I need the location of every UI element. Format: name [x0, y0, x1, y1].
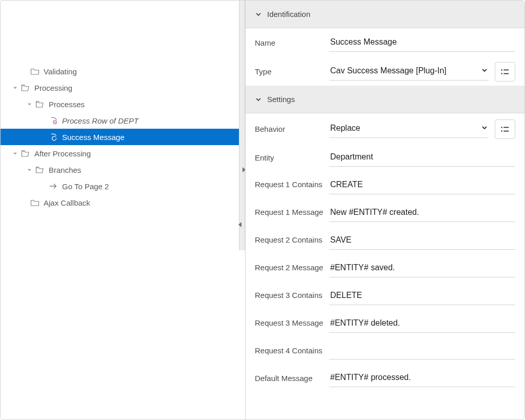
process-refresh-icon: [49, 133, 58, 141]
field-label: Default Message: [255, 374, 329, 384]
tree-node-goto-page2[interactable]: Go To Page 2: [1, 178, 239, 194]
req4-contains-input[interactable]: [329, 343, 515, 359]
field-label: Request 3 Message: [255, 315, 329, 328]
caret-down-icon[interactable]: [12, 151, 18, 156]
field-label: Request 1 Contains: [255, 177, 329, 190]
tree-node-process-row-dept[interactable]: Process Row of DEPT: [1, 112, 239, 129]
field-label: Entity: [255, 153, 329, 163]
folder-icon: [30, 67, 39, 75]
field-type: Type Cav Success Message [Plug-In]: [246, 56, 524, 86]
splitter-track: [239, 1, 245, 250]
req2-message-input[interactable]: #ENTITY# saved.: [329, 260, 515, 277]
svg-rect-9: [503, 131, 509, 132]
field-req4-contains: Request 4 Contains: [246, 337, 524, 364]
chevron-down-icon: [481, 124, 488, 133]
svg-point-1: [54, 122, 55, 123]
field-req3-contains: Request 3 Contains DELETE: [246, 282, 524, 309]
svg-point-4: [501, 73, 502, 74]
tree-panel: Validating Processing Processes: [1, 1, 239, 419]
section-settings[interactable]: Settings: [246, 86, 524, 113]
tree-node-validating[interactable]: Validating: [1, 63, 239, 79]
svg-point-6: [501, 127, 502, 128]
tree-node-processing[interactable]: Processing: [1, 79, 239, 96]
tree-node-branches[interactable]: Branches: [1, 162, 239, 178]
behavior-select[interactable]: Replace: [329, 121, 489, 138]
svg-rect-3: [503, 70, 509, 71]
field-req1-message: Request 1 Message New #ENTITY# created.: [246, 198, 524, 226]
type-list-button[interactable]: [495, 62, 515, 82]
field-label: Behavior: [255, 125, 329, 134]
folder-open-icon: [35, 166, 45, 174]
svg-rect-5: [503, 73, 509, 74]
folder-icon: [30, 198, 39, 207]
tree-node-processes[interactable]: Processes: [1, 96, 239, 112]
svg-rect-7: [503, 127, 509, 128]
section-identification[interactable]: Identification: [246, 1, 524, 28]
field-label: Request 2 Contains: [255, 232, 329, 245]
caret-down-icon[interactable]: [26, 102, 32, 107]
section-title: Settings: [267, 95, 295, 104]
field-label: Name: [255, 38, 329, 48]
field-req1-contains: Request 1 Contains CREATE: [246, 171, 524, 198]
process-db-icon: [49, 116, 58, 125]
tree-label: Go To Page 2: [62, 182, 109, 191]
arrow-right-icon: [49, 182, 58, 190]
default-message-input[interactable]: #ENTITY# processed.: [329, 370, 515, 387]
field-behavior: Behavior Replace: [246, 113, 524, 143]
req1-message-input[interactable]: New #ENTITY# created.: [329, 205, 515, 222]
req3-message-input[interactable]: #ENTITY# deleted.: [329, 315, 515, 333]
splitter-arrow-left-icon: [238, 222, 241, 227]
tree-node-after-processing[interactable]: After Processing: [1, 145, 239, 162]
req2-contains-input[interactable]: SAVE: [329, 232, 515, 250]
tree-label: Branches: [49, 166, 81, 174]
tree-node-ajax-callback[interactable]: Ajax Callback: [1, 194, 239, 211]
tree-label: Processes: [49, 100, 85, 109]
chevron-down-icon: [481, 66, 488, 75]
svg-point-8: [501, 130, 502, 132]
chevron-down-icon: [255, 11, 262, 18]
tree-label: Success Message: [62, 133, 125, 142]
property-panel[interactable]: Identification Name Success Message Type…: [245, 1, 524, 419]
field-default-message: Default Message #ENTITY# processed.: [246, 364, 524, 391]
tree-node-success-message[interactable]: Success Message: [1, 129, 239, 145]
caret-down-icon[interactable]: [26, 168, 32, 172]
type-select[interactable]: Cav Success Message [Plug-In]: [329, 63, 489, 81]
field-req2-message: Request 2 Message #ENTITY# saved.: [246, 254, 524, 282]
req1-contains-input[interactable]: CREATE: [329, 177, 515, 194]
field-label: Type: [255, 67, 329, 77]
folder-open-icon: [35, 100, 45, 108]
folder-open-icon: [21, 149, 30, 157]
field-req2-contains: Request 2 Contains SAVE: [246, 226, 524, 254]
field-label: Request 4 Contains: [255, 343, 329, 356]
folder-open-icon: [21, 84, 30, 92]
field-label: Request 2 Message: [255, 260, 329, 273]
behavior-list-button[interactable]: [495, 119, 515, 139]
tree-label: After Processing: [34, 149, 91, 158]
splitter[interactable]: [239, 1, 245, 419]
field-label: Request 3 Contains: [255, 288, 329, 301]
req3-contains-input[interactable]: DELETE: [329, 288, 515, 305]
caret-down-icon[interactable]: [12, 86, 18, 90]
tree-label: Validating: [44, 67, 77, 76]
field-entity: Entity Department: [246, 143, 524, 171]
section-title: Identification: [267, 10, 310, 18]
tree-label: Ajax Callback: [44, 198, 90, 207]
svg-point-2: [501, 69, 502, 71]
entity-input[interactable]: Department: [329, 149, 515, 167]
chevron-down-icon: [255, 96, 262, 103]
field-label: Request 1 Message: [255, 205, 329, 217]
field-name: Name Success Message: [246, 28, 524, 56]
field-req3-message: Request 3 Message #ENTITY# deleted.: [246, 309, 524, 337]
name-input[interactable]: Success Message: [329, 34, 515, 52]
tree-label: Processing: [34, 84, 72, 92]
tree-label: Process Row of DEPT: [62, 116, 138, 125]
